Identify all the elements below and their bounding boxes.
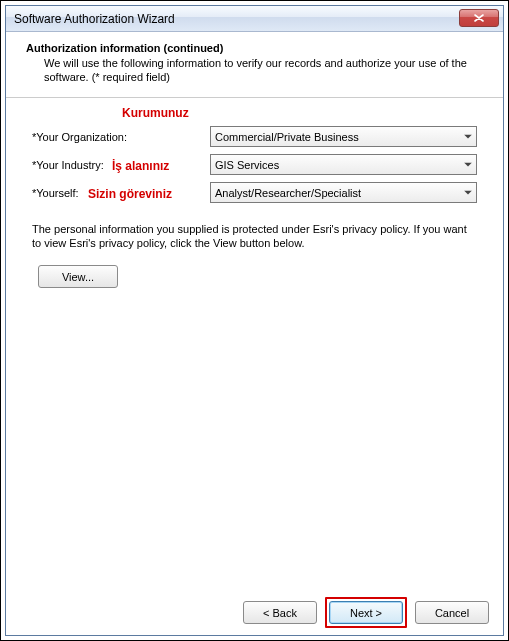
wizard-window: Software Authorization Wizard Authorizat… [5,5,504,636]
chevron-down-icon [464,162,472,167]
close-button[interactable] [459,9,499,27]
org-select[interactable]: Commercial/Private Business [210,126,477,147]
button-bar: < Back Next > Cancel [6,589,503,635]
window-title: Software Authorization Wizard [14,12,175,26]
yourself-label: *Yourself: Sizin göreviniz [32,187,210,199]
close-icon [474,14,484,22]
industry-label-text: *Your Industry: [32,159,104,171]
org-row: *Your Organization: Commercial/Private B… [32,126,477,148]
next-highlight-box: Next > [325,597,407,628]
yourself-label-text: *Yourself: [32,187,79,199]
back-button[interactable]: < Back [243,601,317,624]
header-title: Authorization information (continued) [26,42,487,54]
annotation-industry: İş alanınız [112,159,169,173]
header-section: Authorization information (continued) We… [6,32,503,98]
annotation-org: Kurumunuz [122,106,189,120]
annotation-yourself: Sizin göreviniz [88,187,172,201]
cancel-button-label: Cancel [435,607,469,619]
header-description: We will use the following information to… [26,56,487,85]
next-button[interactable]: Next > [329,601,403,624]
titlebar: Software Authorization Wizard [6,6,503,32]
back-button-label: < Back [263,607,297,619]
yourself-row: *Yourself: Sizin göreviniz Analyst/Resea… [32,182,477,204]
yourself-select[interactable]: Analyst/Researcher/Specialist [210,182,477,203]
outer-frame: Software Authorization Wizard Authorizat… [0,0,509,641]
industry-select[interactable]: GIS Services [210,154,477,175]
industry-label: *Your Industry: İş alanınız [32,159,210,171]
industry-row: *Your Industry: İş alanınız GIS Services [32,154,477,176]
chevron-down-icon [464,190,472,195]
content-area: Kurumunuz *Your Organization: Commercial… [6,98,503,589]
view-button-label: View... [62,271,94,283]
next-button-label: Next > [350,607,382,619]
org-select-value: Commercial/Private Business [215,131,359,143]
privacy-text: The personal information you supplied is… [32,222,477,252]
cancel-button[interactable]: Cancel [415,601,489,624]
industry-select-value: GIS Services [215,159,279,171]
yourself-select-value: Analyst/Researcher/Specialist [215,187,361,199]
org-label: *Your Organization: [32,131,210,143]
view-button[interactable]: View... [38,265,118,288]
chevron-down-icon [464,134,472,139]
